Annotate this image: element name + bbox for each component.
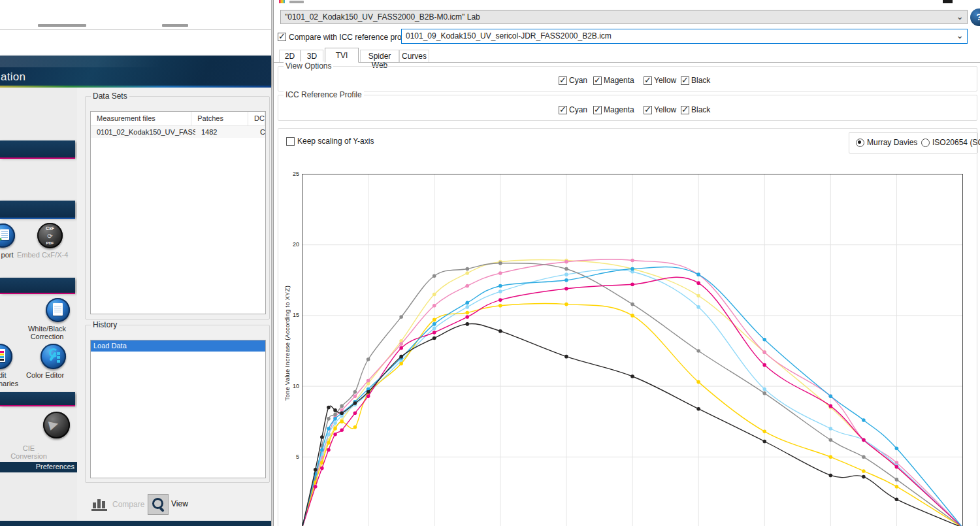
icc-magenta-checkbox[interactable] <box>593 106 602 114</box>
view-magenta-label: Magenta <box>604 76 634 85</box>
icc-black-label: Black <box>691 105 710 114</box>
data-sets-title: Data Sets <box>91 91 129 101</box>
reference-profile-dropdown[interactable]: 0101_09_Kodak150_UV_sericol-JDR_FASS2000… <box>401 29 968 44</box>
window-divider <box>0 29 271 30</box>
export-report-label[interactable]: port <box>0 251 18 259</box>
view-black-label: Black <box>691 76 710 85</box>
history-item-selected[interactable]: Load Data <box>91 340 265 352</box>
section-header-bar <box>0 392 75 405</box>
window-control-sliver <box>943 0 953 3</box>
compare-button[interactable]: Compare <box>112 500 144 509</box>
icc-yellow-checkbox[interactable] <box>644 106 652 114</box>
source-profile-dropdown[interactable]: "0101_02_Kodak150_UV_FASS2000_B2B-M0.icm… <box>280 10 968 24</box>
history-group: History Load Data <box>85 325 270 483</box>
section-header-bar <box>0 201 75 218</box>
view-button-label: View <box>171 499 188 508</box>
icc-yellow-label: Yellow <box>654 105 676 114</box>
color-editor-icon[interactable] <box>41 344 66 369</box>
table-header[interactable]: Measurement files Patches DC <box>91 112 265 126</box>
tab-tvi[interactable]: TVI <box>325 48 359 63</box>
clipped-menu-text <box>38 24 86 27</box>
left-application-window: ation port CxF ⟳ PDF Embed CxF/X-4 White… <box>0 0 273 526</box>
compare-reference-checkbox[interactable] <box>278 33 286 41</box>
view-dialog: "0101_02_Kodak150_UV_FASS2000_B2B-M0.icm… <box>273 0 980 526</box>
edit-primaries-label-line2[interactable]: naries <box>0 380 25 387</box>
cie-conversion-label: CIE Conversion <box>9 444 48 460</box>
tvi-chart-panel: Keep scaling of Y-axis Murray Davies ISO… <box>278 128 977 526</box>
icc-reference-title: ICC Reference Profile <box>284 90 364 99</box>
murray-davies-radio[interactable] <box>856 139 864 147</box>
section-banner: ation <box>0 56 271 86</box>
measurement-files-table[interactable]: Measurement files Patches DC 0101_02_Kod… <box>90 111 266 314</box>
murray-davies-label: Murray Davies <box>867 138 917 147</box>
view-button[interactable] <box>148 494 169 515</box>
screen: { "left_window": { "banner": { "title_fr… <box>0 0 980 526</box>
dialog-app-icon <box>279 0 285 3</box>
icc-black-checkbox[interactable] <box>681 106 689 114</box>
tab-curves[interactable]: Curves <box>399 50 429 62</box>
view-yellow-label: Yellow <box>654 76 676 85</box>
dialog-title-fragment <box>289 1 304 3</box>
view-cyan-label: Cyan <box>569 76 587 85</box>
export-report-icon[interactable] <box>0 223 15 248</box>
section-header-bar <box>0 140 75 157</box>
view-options-title: View Options <box>284 61 333 71</box>
view-black-checkbox[interactable] <box>681 76 689 85</box>
history-title: History <box>91 320 119 329</box>
tool-sidebar: port CxF ⟳ PDF Embed CxF/X-4 White/Black… <box>0 88 77 521</box>
banner-title-fragment: ation <box>1 71 25 84</box>
white-black-correction-icon[interactable] <box>46 298 70 322</box>
compare-icon <box>91 496 108 512</box>
keep-scaling-label: Keep scaling of Y-axis <box>297 137 374 146</box>
chevron-down-icon: ⌄ <box>956 11 964 22</box>
view-options-group: View Options Cyan Magenta Yellow Black <box>278 66 977 91</box>
tab-2d[interactable]: 2D <box>279 50 301 62</box>
column-dcs: DC <box>248 112 265 125</box>
iso20654-label: ISO20654 (SCTV) <box>932 138 980 147</box>
section-header-bar <box>0 278 75 293</box>
history-list[interactable]: Load Data <box>90 340 266 478</box>
icc-cyan-checkbox[interactable] <box>559 106 567 114</box>
dot-gain-method-group: Murray Davies ISO20654 (SCTV) <box>849 132 978 154</box>
view-magenta-checkbox[interactable] <box>593 76 602 85</box>
color-editor-label[interactable]: Color Editor <box>26 371 85 379</box>
keep-scaling-checkbox[interactable] <box>286 137 295 146</box>
chevron-down-icon: ⌄ <box>956 30 964 41</box>
edit-primaries-icon[interactable] <box>0 344 12 369</box>
icc-reference-group: ICC Reference Profile Cyan Magenta Yello… <box>278 95 977 121</box>
column-measurement-files: Measurement files <box>91 112 191 125</box>
tab-3d[interactable]: 3D <box>301 50 323 62</box>
column-patches: Patches <box>191 112 248 125</box>
tvi-chart <box>302 174 964 526</box>
edit-primaries-label-line1[interactable]: dit <box>0 371 18 379</box>
compare-reference-label: Compare with ICC reference profile: <box>289 33 414 42</box>
help-icon[interactable]: ? <box>970 8 980 26</box>
table-row[interactable]: 0101_02_Kodak150_UV_FASS2000... 1482 CM <box>91 126 265 138</box>
clipped-menu-text <box>162 24 188 27</box>
window-bottom-strip <box>0 521 271 526</box>
cie-conversion-icon: ▶ <box>43 412 70 438</box>
icc-magenta-label: Magenta <box>604 105 634 114</box>
preferences-bar[interactable]: Preferences <box>0 462 77 472</box>
embed-cxf-icon: CxF ⟳ PDF <box>37 223 63 248</box>
white-black-correction-label[interactable]: White/Black Correction <box>5 325 89 340</box>
icc-cyan-label: Cyan <box>569 105 587 114</box>
view-cyan-checkbox[interactable] <box>559 76 567 85</box>
iso20654-radio[interactable] <box>921 139 930 147</box>
tab-spider-web[interactable]: Spider Web <box>360 50 399 62</box>
data-sets-group: Data Sets Measurement files Patches DC 0… <box>85 96 270 320</box>
preferences-label: Preferences <box>36 463 74 470</box>
embed-cxf-label: Embed CxF/X-4 <box>17 251 82 259</box>
view-yellow-checkbox[interactable] <box>644 76 652 85</box>
